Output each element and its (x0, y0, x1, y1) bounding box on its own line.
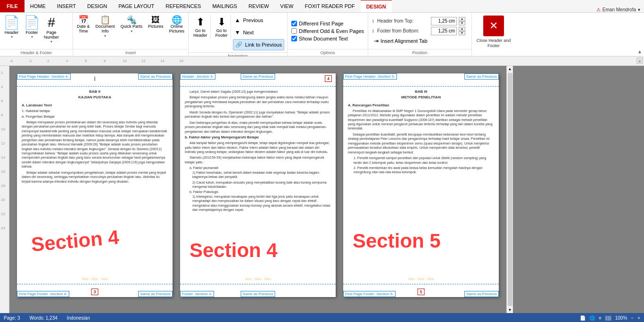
online-pictures-button[interactable]: 🌐 OnlinePictures (167, 15, 187, 35)
header-from-top-row: ↕ Header from Top: ▲ ▼ (372, 17, 468, 25)
navigation-group-inner: ⬆ Go toHeader ⬇ Go toFooter ▲ Previous ▼ (189, 13, 287, 52)
page3-footer: First Page Footer -Section 5- 5 Same as … (343, 284, 499, 297)
user-dropdown-icon[interactable]: ▾ (638, 7, 640, 12)
view-outline-icon[interactable]: ≡ (599, 315, 602, 321)
page-1: First Page Header -Section 4- | Same as … (17, 73, 173, 297)
view-print-icon[interactable]: 📄 (580, 315, 586, 321)
document-info-button[interactable]: 📋 DocumentInfo ▾ (94, 15, 117, 39)
zoom-slider[interactable]: ||||| (605, 315, 611, 321)
options-group-inner: Different First Page Different Odd & Eve… (288, 13, 368, 49)
header-from-top-input[interactable] (431, 17, 457, 25)
page2-para6: Slameto (2010:54-59) menjabarkan beberap… (185, 155, 331, 164)
ruler-mark: 16 (179, 59, 183, 63)
page1-content: BAB II KAJIAN PUSTAKA A. Landasan Teori … (17, 87, 173, 283)
different-odd-even-input[interactable] (291, 28, 297, 34)
online-pictures-icon: 🌐 (172, 16, 182, 24)
username: Eman Mendrofa (603, 7, 636, 12)
tab-file[interactable]: FILE (0, 0, 25, 12)
ruler-mark: -4 (9, 59, 13, 63)
page1-heading-a: A. Landasan Teori (22, 103, 168, 108)
tab-insert[interactable]: INSERT (51, 0, 82, 12)
page1-footer-label-left: First Page Footer -Section 4- (17, 291, 69, 297)
link-icon: 🔗 (235, 41, 242, 48)
tab-review[interactable]: REVIEW (243, 0, 274, 12)
date-time-icon: 📅 (78, 16, 89, 24)
different-first-page-input[interactable] (291, 21, 297, 26)
go-to-footer-icon: ⬇ (217, 16, 226, 28)
header-from-top-up[interactable]: ▲ (459, 17, 465, 21)
v-ruler-4: 4 (1, 85, 3, 89)
footer-from-bottom-input[interactable] (431, 27, 457, 35)
ribbon-content: 📄 Header ▾ 📄 Footer ▾ # PageNumber ▾ Hea… (0, 13, 644, 56)
page-number-label: PageNumber (44, 30, 59, 40)
scroll-thumb[interactable] (508, 73, 512, 306)
date-time-button[interactable]: 📅 Date &Time (75, 15, 92, 35)
tab-page-layout[interactable]: PAGE LAYOUT (113, 0, 160, 12)
footer-from-bottom-icon: ↕ (372, 28, 374, 33)
link-to-previous-button[interactable]: 🔗 Link to Previous (233, 39, 284, 50)
scroll-up-button[interactable]: ▲ (507, 66, 513, 72)
v-ruler-22: 22 (1, 212, 5, 216)
pictures-button[interactable]: 🖼 Pictures (146, 15, 165, 30)
ruler-mark: 8 (104, 59, 106, 63)
previous-button[interactable]: ▲ Previous (233, 15, 284, 26)
header-from-top-down[interactable]: ▼ (459, 21, 465, 25)
tab-view[interactable]: VIEW (274, 0, 299, 12)
zoom-out-icon[interactable]: − (631, 315, 634, 321)
v-ruler-2: 2 (1, 71, 3, 75)
go-to-header-button[interactable]: ⬆ Go toHeader (190, 15, 211, 39)
go-to-footer-label: Go toFooter (215, 28, 228, 38)
page-number-dropdown-arrow: ▾ (50, 40, 52, 44)
different-odd-even-checkbox[interactable]: Different Odd & Even Pages (291, 28, 364, 34)
date-time-label: Date &Time (77, 24, 90, 34)
scroll-down-button[interactable]: ▼ (507, 307, 513, 313)
ruler-expand-button[interactable]: ▲ (636, 57, 643, 64)
go-to-footer-button[interactable]: ⬇ Go toFooter (213, 15, 231, 39)
header-from-top-icon: ↕ (372, 18, 374, 24)
tab-references[interactable]: REFERENCES (160, 0, 206, 12)
ribbon-expand[interactable]: ▲ (636, 13, 644, 56)
footer-dropdown-arrow: ▾ (31, 35, 33, 39)
page3-footer-page-num: 5 (417, 289, 424, 295)
tab-design-active[interactable]: DESIGN (361, 0, 392, 12)
tab-foxit[interactable]: FOXIT READER PDF (299, 0, 360, 12)
page-2: Header -Section 4- 4 Same as Previous Sa… (180, 73, 336, 297)
online-pictures-label: OnlinePictures (169, 24, 185, 34)
document-info-arrow: ▾ (104, 34, 106, 38)
tab-mailings[interactable]: MAILINGS (206, 0, 243, 12)
zoom-in-icon[interactable]: + (637, 315, 640, 321)
footer-from-bottom-down[interactable]: ▼ (459, 31, 465, 35)
page1-para2: Belajar adalah sekadar mengumpulkan peng… (22, 170, 168, 184)
page3-list-2: 2. Peneliti memberikan tes awal pada ked… (354, 166, 494, 175)
ruler-mark: 10 (123, 59, 127, 63)
view-web-icon[interactable]: 🌐 (589, 315, 595, 321)
show-document-text-input[interactable] (291, 36, 297, 41)
alignment-tab-icon: ⇥ (374, 38, 379, 44)
page3-list-1: 1. Peneliti mengambil sampel penelitian … (354, 156, 494, 165)
footer-icon: 📄 (24, 16, 40, 29)
show-document-text-checkbox[interactable]: Show Document Text (291, 36, 364, 41)
page2-para2: Belajar merupakan proses yang berlangsun… (185, 95, 331, 108)
header-from-top-spinner: ▲ ▼ (459, 17, 465, 25)
tab-home[interactable]: HOME (25, 0, 51, 12)
different-first-page-checkbox[interactable]: Different First Page (291, 21, 364, 26)
ribbon-expand-icon[interactable]: ▲ (637, 49, 642, 54)
page2-header-label-center: Same as Previous (241, 73, 275, 80)
vertical-scrollbar[interactable]: ▲ ▼ (506, 66, 513, 313)
v-ruler-14: 14 (1, 155, 5, 160)
header-button[interactable]: 📄 Header ▾ (2, 15, 21, 40)
next-button[interactable]: ▼ Next (233, 27, 284, 38)
quick-parts-button[interactable]: 🔩 Quick Parts ▾ (119, 15, 145, 34)
page-info: Page: 3 (4, 315, 20, 321)
footer-button[interactable]: 📄 Footer ▾ (22, 15, 41, 40)
previous-icon: ▲ (235, 17, 240, 24)
insert-alignment-tab-button[interactable]: ⇥ Insert Alignment Tab (372, 37, 468, 45)
tab-design-tab[interactable]: DESIGN (82, 0, 113, 12)
user-info: ⚠ Eman Mendrofa ▾ (596, 7, 644, 12)
page2-list-2: 2) Cacat tubuh, merupakan sesuatu yang m… (192, 180, 331, 189)
page2-para4: Dari beberapa pengertian di atas, maka p… (185, 121, 331, 134)
page-number-button[interactable]: # PageNumber ▾ (42, 15, 60, 45)
close-header-footer-button[interactable]: ✕ (483, 16, 504, 36)
footer-from-bottom-up[interactable]: ▲ (459, 27, 465, 31)
position-group-inner: ↕ Header from Top: ▲ ▼ ↕ Footer from Bot… (368, 13, 471, 49)
